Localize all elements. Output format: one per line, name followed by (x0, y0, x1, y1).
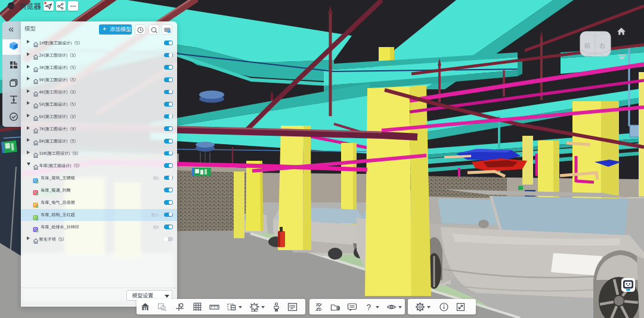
svg-text:3D: 3D (315, 303, 321, 307)
svg-text:?: ? (366, 303, 371, 312)
